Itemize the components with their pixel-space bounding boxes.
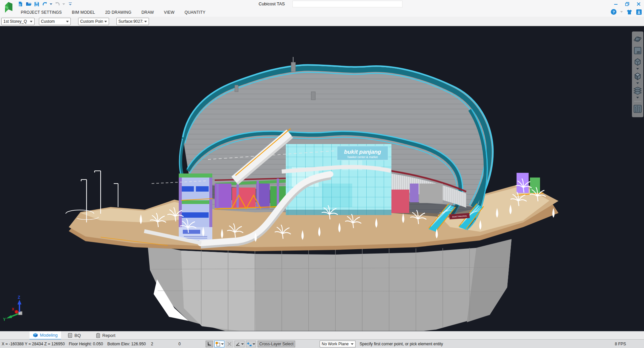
storey-select[interactable]: 1st Storey_Q bbox=[1, 18, 35, 25]
add-point-caret[interactable] bbox=[253, 343, 255, 345]
point-mode-select[interactable]: Custom Point bbox=[78, 18, 109, 25]
view-solid-icon[interactable] bbox=[633, 72, 642, 81]
axis-z-label: Z bbox=[18, 295, 20, 300]
ortho-icon bbox=[207, 342, 212, 346]
menu-quantity[interactable]: QUANTITY bbox=[184, 10, 205, 15]
layers-caret[interactable] bbox=[636, 97, 639, 98]
cursor-coordinates: X = -160388 Y = 28434 Z = 126950 bbox=[2, 342, 65, 346]
tab-modeling-label: Modeling bbox=[40, 333, 58, 338]
view-3d-wireframe-icon[interactable] bbox=[633, 57, 642, 67]
bottom-elevation: Bottom Elev: 126.950 bbox=[107, 342, 146, 346]
view-solid-caret[interactable] bbox=[636, 82, 639, 84]
axis-gizmo: X Z Y bbox=[2, 295, 29, 322]
angle-caret[interactable] bbox=[241, 343, 244, 345]
title-bar: Cubicost TAS bbox=[0, 0, 644, 8]
status-bar: X = -160388 Y = 28434 Z = 126950 Floor H… bbox=[0, 339, 644, 348]
floor-height: Floor Height: 0.050 bbox=[69, 342, 103, 346]
new-document-icon[interactable] bbox=[17, 1, 23, 7]
add-point-button[interactable] bbox=[246, 341, 256, 347]
layers-icon[interactable] bbox=[633, 86, 642, 95]
report-clipboard-icon bbox=[96, 333, 100, 338]
tab-report-label: Report bbox=[102, 333, 115, 338]
count-selected: 2 bbox=[151, 342, 153, 346]
add-point-icon bbox=[247, 342, 252, 347]
restore-icon[interactable] bbox=[624, 1, 631, 7]
menu-draw[interactable]: DRAW bbox=[142, 10, 154, 15]
left-tower bbox=[179, 173, 212, 240]
snap-caret[interactable] bbox=[221, 343, 224, 345]
view-2d-icon[interactable]: 2D bbox=[633, 46, 642, 55]
svg-text:2D: 2D bbox=[637, 51, 640, 54]
viewport-canvas[interactable]: bukit panjang hawker center & market bbox=[0, 26, 644, 331]
context-toolbar: 1st Storey_Q Custom Custom Point Surface… bbox=[0, 17, 644, 26]
orbit-icon[interactable] bbox=[633, 34, 642, 44]
fps-indicator: 8 FPS bbox=[615, 342, 626, 346]
undo-icon[interactable] bbox=[42, 1, 48, 7]
building-sign-line2: hawker center & market bbox=[347, 155, 378, 159]
window-controls bbox=[612, 1, 642, 7]
minimize-icon[interactable] bbox=[612, 1, 619, 7]
menu-view[interactable]: VIEW bbox=[164, 10, 174, 15]
bq-document-icon bbox=[68, 333, 72, 338]
surface-select[interactable]: Surface:90272 bbox=[116, 18, 149, 25]
work-plane-caret bbox=[351, 343, 354, 345]
tab-bq-label: BQ bbox=[74, 333, 81, 338]
quick-access-toolbar bbox=[17, 1, 73, 7]
save-icon[interactable] bbox=[34, 1, 40, 7]
close-icon[interactable] bbox=[635, 1, 642, 7]
building-sign-line1: bukit panjang bbox=[344, 149, 381, 155]
undo-caret[interactable] bbox=[50, 3, 52, 5]
cross-icon bbox=[227, 342, 232, 346]
cubicost-tas-window: Cubicost TAS PROJECT SETTINGS BIM MODEL … bbox=[0, 0, 644, 348]
menu-project-settings[interactable]: PROJECT SETTINGS bbox=[21, 10, 62, 15]
element-filter-select[interactable]: Custom bbox=[39, 18, 71, 25]
help-icon[interactable]: ? bbox=[610, 9, 617, 15]
angle-snap-button[interactable] bbox=[234, 341, 245, 347]
snap-mode-button[interactable] bbox=[214, 341, 224, 347]
menu-2d-drawing[interactable]: 2D DRAWING bbox=[105, 10, 131, 15]
command-prompt: Specify first corner point, or pick elem… bbox=[360, 342, 443, 346]
tab-report[interactable]: Report bbox=[93, 331, 119, 340]
disabled-tool-button bbox=[226, 341, 233, 347]
view-tools-separator bbox=[634, 101, 641, 101]
snap-icon bbox=[215, 342, 220, 347]
angle-icon bbox=[235, 342, 240, 346]
ortho-mode-button[interactable] bbox=[206, 341, 213, 347]
window-title: Cubicost TAS bbox=[259, 1, 285, 6]
bottom-tab-bar: Modeling BQ Report bbox=[0, 331, 644, 339]
open-folder-icon[interactable] bbox=[25, 1, 32, 7]
count-other: 0 bbox=[178, 342, 181, 346]
tab-modeling[interactable]: Modeling bbox=[30, 331, 61, 340]
menu-bar: PROJECT SETTINGS BIM MODEL 2D DRAWING DR… bbox=[0, 8, 644, 17]
cross-layer-select-button[interactable]: Cross-Layer Select bbox=[258, 341, 295, 347]
svg-text:?: ? bbox=[612, 10, 615, 14]
help-caret[interactable] bbox=[620, 11, 623, 13]
menu-bim-model[interactable]: BIM MODEL bbox=[72, 10, 95, 15]
schedule-icon[interactable] bbox=[633, 104, 642, 114]
app-logo-icon[interactable] bbox=[3, 1, 15, 15]
tab-bq[interactable]: BQ bbox=[64, 331, 84, 340]
axis-y-label: Y bbox=[3, 317, 6, 322]
viewport: bukit panjang hawker center & market bbox=[0, 26, 644, 331]
axis-x-label: X bbox=[12, 307, 14, 311]
customize-quick-access-icon[interactable] bbox=[67, 1, 73, 7]
view-tools: 2D bbox=[632, 31, 643, 117]
work-plane-value: No Work Plane bbox=[322, 342, 348, 346]
redo-caret[interactable] bbox=[62, 3, 65, 5]
modeling-cube-icon bbox=[33, 333, 38, 338]
podium-mass bbox=[148, 239, 512, 331]
download-update-icon[interactable] bbox=[636, 9, 642, 15]
view-3d-caret[interactable] bbox=[636, 68, 639, 70]
work-plane-select[interactable]: No Work Plane bbox=[320, 341, 356, 347]
skin-icon[interactable] bbox=[626, 9, 633, 15]
titlebar-field[interactable] bbox=[292, 1, 402, 7]
redo-icon[interactable] bbox=[54, 1, 60, 7]
